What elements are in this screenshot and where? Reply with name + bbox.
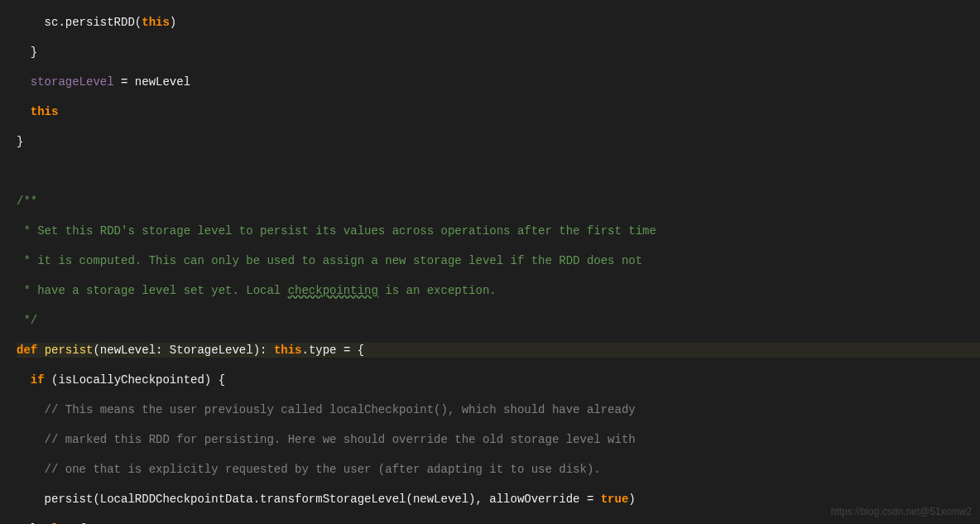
- comment: // This means the user previously called…: [17, 403, 636, 416]
- def-keyword: def: [17, 344, 37, 357]
- blank-line: [17, 164, 980, 179]
- code-line-highlighted: def persist(newLevel: StorageLevel): thi…: [17, 343, 980, 358]
- code-text: .: [301, 344, 308, 357]
- function-name: persist: [45, 344, 94, 357]
- code-text: [17, 75, 31, 89]
- code-line: * Set this RDD's storage level to persis…: [17, 224, 980, 238]
- code-line: if (isLocallyCheckpointed) {: [17, 373, 980, 387]
- code-line: }: [17, 45, 980, 60]
- code-text: ): [628, 493, 635, 506]
- code-line: // marked this RDD for persisting. Here …: [17, 432, 980, 447]
- code-text: (newLevel: StorageLevel):: [93, 344, 273, 357]
- javadoc: is an exception.: [378, 284, 497, 297]
- code-text: persist(LocalRDDCheckpointData.transform…: [17, 493, 601, 506]
- watermark-text: https://blog.csdn.net@51xcmw2: [831, 504, 972, 519]
- code-line: this: [17, 104, 980, 119]
- javadoc: * it is computed. This can only be used …: [17, 254, 642, 267]
- code-line: // one that is explicitly requested by t…: [17, 462, 980, 477]
- code-text: (isLocallyCheckpointed) {: [45, 373, 225, 387]
- javadoc: * have a storage level set yet. Local: [17, 284, 288, 297]
- code-text: ): [170, 16, 176, 29]
- true-keyword: true: [601, 493, 629, 506]
- code-line: storageLevel = newLevel: [17, 75, 980, 89]
- code-text: type: [309, 344, 337, 357]
- code-line: */: [17, 313, 980, 328]
- code-text: = {: [337, 344, 365, 357]
- code-text: }: [17, 46, 37, 59]
- code-text: [17, 105, 31, 118]
- code-text: }: [17, 135, 23, 148]
- code-line: }: [17, 134, 980, 149]
- this-keyword: this: [274, 344, 302, 357]
- javadoc: */: [17, 314, 37, 327]
- this-keyword: this: [31, 105, 59, 118]
- code-text: sc.persistRDD(: [17, 16, 142, 29]
- this-keyword: this: [142, 16, 170, 29]
- javadoc-underline: checkpointing: [288, 284, 378, 297]
- javadoc: * Set this RDD's storage level to persis…: [17, 224, 656, 238]
- code-editor[interactable]: sc.persistRDD(this) } storageLevel = new…: [0, 0, 980, 524]
- if-keyword: if: [31, 373, 45, 387]
- comment: // one that is explicitly requested by t…: [17, 463, 601, 476]
- code-line: /**: [17, 194, 980, 209]
- code-text: = newLevel: [114, 75, 190, 89]
- code-line: * have a storage level set yet. Local ch…: [17, 283, 980, 298]
- comment: // marked this RDD for persisting. Here …: [17, 433, 636, 446]
- code-line: * it is computed. This can only be used …: [17, 253, 980, 268]
- code-line: sc.persistRDD(this): [17, 15, 980, 30]
- code-line: // This means the user previously called…: [17, 402, 980, 417]
- javadoc: /**: [17, 195, 37, 208]
- member: storageLevel: [31, 75, 114, 89]
